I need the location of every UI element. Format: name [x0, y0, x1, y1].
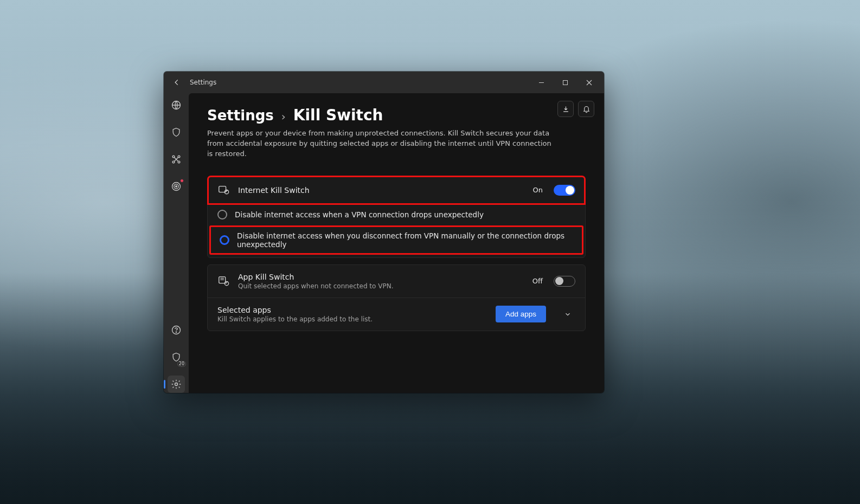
close-button[interactable]	[577, 72, 601, 93]
app-ks-icon	[217, 275, 230, 288]
back-button[interactable]	[169, 75, 184, 90]
content-pane: Settings › Kill Switch Prevent apps or y…	[189, 93, 604, 393]
app-kill-switch-row: App Kill Switch Quit selected apps when …	[208, 265, 585, 298]
shield-icon[interactable]	[168, 124, 185, 141]
maximize-button[interactable]	[553, 72, 577, 93]
app-kill-switch-panel: App Kill Switch Quit selected apps when …	[207, 264, 586, 331]
gear-icon[interactable]	[168, 376, 185, 393]
settings-window: Settings	[164, 72, 604, 393]
help-icon[interactable]	[168, 321, 185, 339]
radio-unselected[interactable]	[217, 210, 227, 219]
minimize-button[interactable]	[529, 72, 553, 93]
add-apps-button[interactable]: Add apps	[496, 306, 546, 322]
app-ks-subtitle: Quit selected apps when not connected to…	[238, 282, 525, 290]
sidebar: 20	[164, 93, 189, 393]
ks-option-label: Disable internet access when a VPN conne…	[235, 210, 484, 219]
page-description: Prevent apps or your device from making …	[207, 128, 554, 159]
ks-option-row[interactable]: Disable internet access when you disconn…	[210, 226, 583, 254]
svg-point-8	[176, 186, 177, 188]
expand-selected-apps[interactable]	[560, 307, 575, 322]
radio-selected[interactable]	[220, 235, 229, 245]
ks-option-label: Disable internet access when you disconn…	[237, 231, 573, 249]
internet-ks-title: Internet Kill Switch	[238, 186, 525, 195]
titlebar: Settings	[164, 72, 604, 93]
breadcrumb-separator: ›	[281, 110, 286, 123]
svg-rect-0	[563, 80, 567, 85]
app-ks-state-label: Off	[532, 277, 543, 285]
internet-kill-switch-row: Internet Kill Switch On	[208, 176, 585, 204]
notification-dot	[180, 179, 184, 183]
selected-apps-row: Selected apps Kill Switch applies to the…	[208, 298, 585, 331]
app-ks-toggle[interactable]	[554, 276, 575, 287]
selected-apps-title: Selected apps	[217, 306, 488, 314]
target-icon[interactable]	[168, 178, 185, 195]
selected-apps-subtitle: Kill Switch applies to the apps added to…	[217, 315, 488, 323]
internet-ks-state-label: On	[533, 186, 543, 194]
internet-kill-switch-panel: Internet Kill Switch On Disable internet…	[207, 176, 586, 258]
internet-ks-icon	[217, 184, 230, 197]
shield-count-icon[interactable]: 20	[168, 348, 185, 366]
breadcrumb-root[interactable]: Settings	[207, 107, 274, 124]
meshnet-icon[interactable]	[168, 151, 185, 168]
breadcrumb: Settings › Kill Switch	[207, 106, 586, 124]
shield-count-badge: 20	[177, 361, 186, 367]
svg-point-11	[175, 383, 178, 386]
window-title: Settings	[190, 79, 216, 86]
breadcrumb-leaf: Kill Switch	[293, 106, 383, 124]
app-ks-title: App Kill Switch	[238, 273, 525, 281]
internet-ks-toggle[interactable]	[554, 185, 575, 196]
ks-option-row[interactable]: Disable internet access when a VPN conne…	[208, 204, 585, 225]
globe-icon[interactable]	[168, 96, 185, 114]
svg-point-10	[176, 332, 176, 332]
